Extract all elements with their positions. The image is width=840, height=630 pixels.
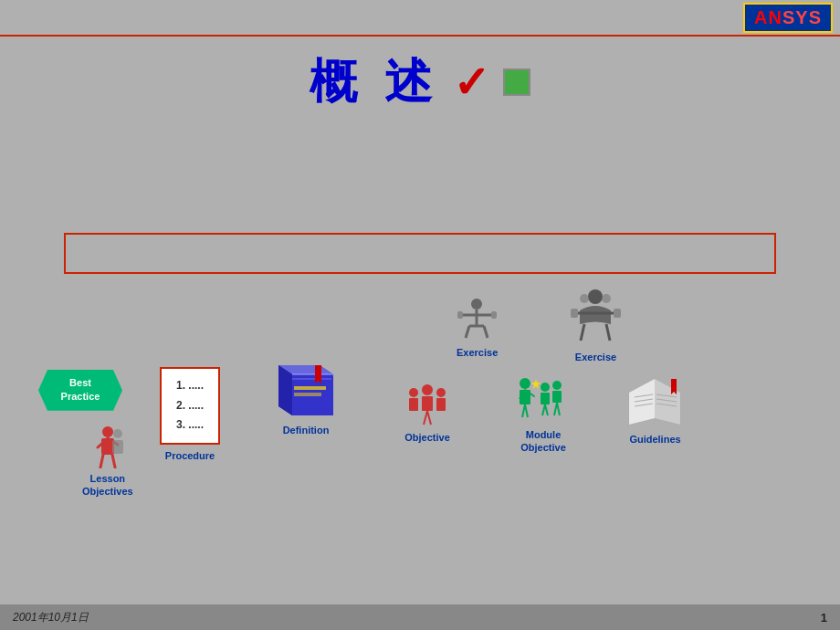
svg-point-34 — [422, 384, 433, 395]
objective-icon — [404, 383, 450, 427]
guidelines-item: Guidelines — [625, 374, 685, 446]
svg-point-51 — [541, 383, 550, 392]
objective-label: Objective — [404, 431, 450, 444]
svg-point-33 — [409, 388, 418, 397]
svg-rect-11 — [571, 309, 578, 318]
svg-marker-30 — [315, 365, 321, 383]
svg-rect-4 — [491, 311, 497, 319]
svg-line-8 — [484, 326, 488, 338]
exercise-large-label: Exercise — [575, 351, 616, 363]
top-bar: ANSYS — [0, 0, 840, 37]
svg-rect-54 — [552, 391, 562, 403]
svg-rect-37 — [422, 396, 433, 411]
green-square-icon — [503, 68, 530, 96]
svg-line-44 — [427, 411, 431, 425]
guidelines-label: Guidelines — [629, 433, 680, 446]
exercise-small-label: Exercise — [457, 346, 498, 359]
exercise-small-item: Exercise — [457, 297, 498, 359]
svg-line-50 — [525, 404, 528, 417]
objective-item: Objective — [404, 383, 450, 444]
module-objective-icon — [516, 374, 571, 425]
procedure-label: Procedure — [160, 449, 220, 462]
svg-point-35 — [436, 388, 446, 397]
svg-rect-24 — [112, 440, 123, 454]
svg-rect-3 — [457, 311, 463, 319]
main-title: 概 述 — [310, 50, 439, 114]
svg-point-16 — [602, 294, 611, 303]
procedure-line-1: 1. ..... — [176, 376, 204, 396]
svg-line-7 — [466, 326, 469, 338]
procedure-line-3: 3. ..... — [176, 415, 204, 436]
ansys-logo: ANSYS — [743, 3, 833, 33]
module-objective-label: ModuleObjective — [520, 428, 566, 455]
svg-rect-12 — [614, 309, 621, 318]
svg-marker-62 — [629, 379, 655, 425]
icons-area: Exercise Exercise BestPractice — [0, 283, 840, 603]
definition-label: Definition — [283, 424, 330, 436]
exercise-large-icon — [566, 288, 625, 347]
svg-line-58 — [557, 403, 560, 415]
svg-point-23 — [113, 429, 122, 438]
red-rectangle — [64, 233, 776, 274]
svg-line-22 — [112, 455, 115, 467]
svg-line-56 — [545, 404, 548, 415]
module-objective-item: ModuleObjective — [516, 374, 571, 455]
procedure-line-2: 2. ..... — [176, 396, 204, 416]
svg-point-52 — [552, 381, 562, 390]
svg-rect-31 — [294, 386, 326, 390]
svg-rect-32 — [294, 393, 321, 396]
procedure-box: 1. ..... 2. ..... 3. ..... Procedure — [160, 367, 220, 462]
footer: 2001年10月1日 1 — [0, 604, 840, 630]
guidelines-icon — [625, 374, 685, 429]
lesson-objectives-label: LessonObjectives — [82, 472, 133, 499]
svg-line-21 — [100, 455, 103, 467]
best-practice-label: BestPractice — [61, 377, 100, 402]
svg-rect-53 — [541, 393, 550, 404]
definition-icon — [274, 361, 338, 420]
svg-line-13 — [581, 324, 584, 341]
footer-date: 2001年10月1日 — [13, 610, 89, 625]
svg-point-17 — [102, 426, 113, 437]
lesson-objectives-item: LessonObjectives — [82, 425, 133, 499]
logo-text: ANSYS — [754, 7, 822, 27]
definition-item: Definition — [274, 361, 338, 436]
svg-marker-59 — [531, 379, 541, 389]
svg-point-45 — [520, 378, 530, 389]
svg-point-15 — [580, 294, 589, 303]
lesson-objectives-icon — [85, 425, 131, 468]
best-practice-banner: BestPractice — [38, 370, 122, 411]
exercise-large-item: Exercise — [566, 288, 625, 363]
title-area: 概 述 ✓ — [0, 50, 840, 114]
exercise-small-icon — [457, 297, 498, 342]
svg-line-43 — [424, 411, 427, 425]
footer-page: 1 — [821, 611, 827, 625]
checkmark-icon: ✓ — [453, 57, 489, 108]
svg-point-9 — [588, 289, 603, 304]
svg-line-14 — [606, 324, 610, 341]
svg-point-0 — [471, 299, 482, 310]
